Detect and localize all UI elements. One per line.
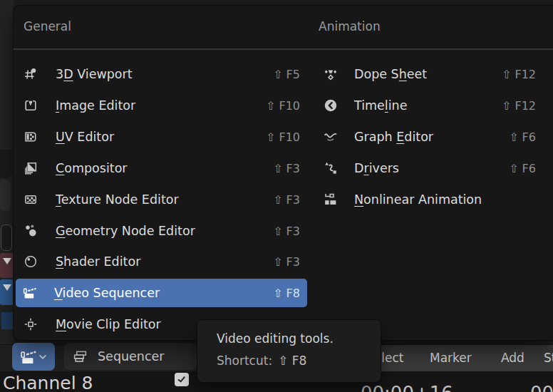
triangle-down-icon <box>3 258 11 264</box>
uv-editor-icon <box>24 130 38 144</box>
menu-item-label: Movie Clip Editor <box>56 317 161 331</box>
channel-checkbox[interactable] <box>175 373 189 386</box>
menu-item-compositor[interactable]: Compositor ⇧ F3 <box>17 154 307 182</box>
sequencer-strips-icon <box>73 349 88 364</box>
geometry-node-editor-icon <box>24 224 38 238</box>
editor-type-button[interactable] <box>12 343 55 371</box>
menu-item-timeline[interactable]: Timeline ⇧ F12 <box>318 91 537 120</box>
menu-item-dope-sheet[interactable]: Dope Sheet ⇧ F12 <box>318 60 537 88</box>
panel-corner-notch <box>0 150 14 178</box>
view-mode-label: Sequencer <box>98 349 165 363</box>
menu-item-texture-node-editor[interactable]: Texture Node Editor ⇧ F3 <box>17 185 307 214</box>
channel-label: Channel 8 <box>3 373 93 392</box>
menu-item-shortcut: ⇧ F3 <box>273 225 300 238</box>
menu-item-label: Shader Editor <box>56 254 140 269</box>
nonlinear-animation-icon <box>324 192 338 207</box>
graph-editor-icon <box>324 130 338 144</box>
menu-strip[interactable]: Strip <box>544 351 553 365</box>
check-icon <box>176 374 187 385</box>
menu-item-image-editor[interactable]: Image Editor ⇧ F10 <box>17 91 307 120</box>
menu-item-label: Video Sequencer <box>54 286 160 300</box>
menu-item-label: 3D Viewport <box>56 67 133 81</box>
timeline-icon <box>324 98 338 113</box>
maroon-strip-swatch[interactable] <box>0 253 14 278</box>
compositor-icon <box>24 161 38 175</box>
menu-item-shortcut: ⇧ F5 <box>273 68 300 81</box>
menu-item-label: Drivers <box>354 161 399 175</box>
menu-add[interactable]: Add <box>501 351 524 365</box>
menu-item-drivers[interactable]: Drivers ⇧ F6 <box>318 154 537 182</box>
navy-strip-swatch <box>1 312 14 329</box>
menu-item-shortcut: ⇧ F10 <box>266 130 300 144</box>
menu-item-label: Texture Node Editor <box>56 192 179 207</box>
menu-marker[interactable]: Marker <box>430 351 472 365</box>
collapsed-panel-button[interactable] <box>0 180 11 211</box>
menu-item-shortcut: ⇧ F8 <box>273 287 300 300</box>
movie-clip-editor-icon <box>24 317 38 331</box>
menu-item-shortcut: ⇧ F3 <box>273 162 300 175</box>
dope-sheet-icon <box>324 67 338 81</box>
view-mode-selector[interactable]: Sequencer <box>64 343 197 370</box>
menu-item-label: Dope Sheet <box>354 67 427 81</box>
menu-item-label: Nonlinear Animation <box>354 192 482 207</box>
menu-item-graph-editor[interactable]: Graph Editor ⇧ F6 <box>318 123 537 151</box>
menu-section-animation: Animation <box>319 19 381 33</box>
menu-item-shortcut: ⇧ F6 <box>509 130 536 144</box>
tooltip-shortcut: Shortcut:⇧ F8 <box>217 354 381 368</box>
video-sequencer-icon <box>22 286 36 300</box>
menu-item-geometry-node-editor[interactable]: Geometry Node Editor ⇧ F3 <box>17 217 307 245</box>
3d-viewport-icon <box>24 67 38 81</box>
menu-item-shortcut: ⇧ F6 <box>509 162 536 175</box>
menu-item-label: UV Editor <box>56 130 114 144</box>
shader-editor-icon <box>24 254 38 269</box>
menu-item-label: Geometry Node Editor <box>56 224 195 238</box>
menu-item-shortcut: ⇧ F12 <box>502 99 536 113</box>
menu-item-3d-viewport[interactable]: 3D Viewport ⇧ F5 <box>17 60 307 88</box>
texture-node-editor-icon <box>24 192 38 207</box>
tooltip: Video editing tools. Shortcut:⇧ F8 <box>197 319 381 383</box>
timecode: 00:00+16 <box>361 383 453 392</box>
menu-item-label: Compositor <box>56 161 128 175</box>
menu-item-shortcut: ⇧ F12 <box>502 68 536 81</box>
video-sequencer-icon <box>19 349 36 366</box>
menu-item-shortcut: ⇧ F3 <box>273 193 300 207</box>
menu-item-shortcut: ⇧ F10 <box>266 99 300 113</box>
menu-item-nonlinear-animation[interactable]: Nonlinear Animation <box>318 185 537 214</box>
image-editor-icon <box>24 98 38 113</box>
menu-separator <box>14 48 553 50</box>
menu-section-general: General <box>24 19 71 33</box>
blue-strip-swatch[interactable] <box>0 279 14 305</box>
triangle-down-icon <box>3 284 11 291</box>
menu-item-label: Timeline <box>354 98 407 113</box>
outlined-field-edge[interactable] <box>1 225 12 251</box>
tooltip-text: Video editing tools. <box>217 331 381 346</box>
timecode-right: 00:0 <box>530 383 553 392</box>
menu-item-uv-editor[interactable]: UV Editor ⇧ F10 <box>17 123 307 151</box>
menu-item-video-sequencer[interactable]: Video Sequencer ⇧ F8 <box>16 279 307 307</box>
menu-item-shortcut: ⇧ F3 <box>273 255 300 269</box>
chevron-down-icon <box>38 352 48 362</box>
menu-item-shader-editor[interactable]: Shader Editor ⇧ F3 <box>17 247 307 276</box>
menu-item-label: Image Editor <box>56 98 135 113</box>
menu-item-label: Graph Editor <box>354 130 433 144</box>
drivers-icon <box>324 161 338 175</box>
